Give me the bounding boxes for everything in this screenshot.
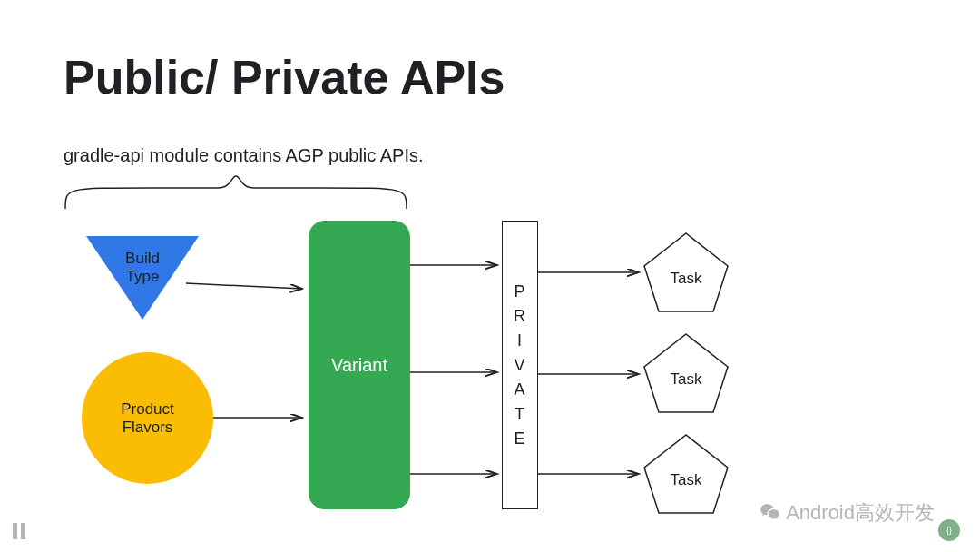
avatar-initial: {} [946, 526, 952, 535]
pause-icon[interactable] [13, 523, 27, 539]
arrows [0, 0, 980, 552]
avatar[interactable]: {} [938, 519, 960, 541]
wechat-icon [759, 501, 782, 525]
svg-line-3 [186, 283, 302, 289]
watermark: Android高效开发 [759, 499, 935, 527]
watermark-text: Android高效开发 [786, 499, 935, 527]
